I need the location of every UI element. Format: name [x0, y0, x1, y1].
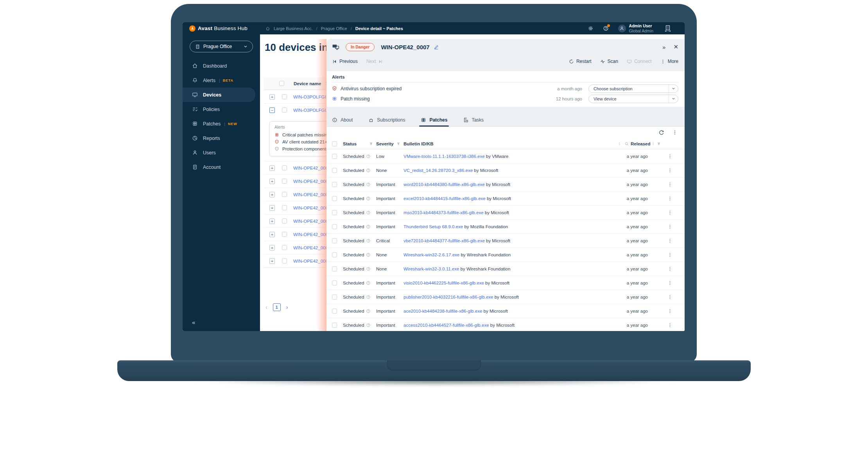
panel-collapse-button[interactable]: » — [662, 44, 665, 50]
status-help-icon[interactable] — [366, 224, 371, 229]
tab-subscriptions[interactable]: Subscriptions — [368, 114, 405, 126]
restart-button[interactable]: Restart — [569, 59, 592, 64]
bulletin-link[interactable]: publisher2010-kb4032216-fullfile-x86-glb… — [404, 295, 493, 299]
select-all-checkbox[interactable] — [332, 141, 337, 146]
row-menu-kebab-icon[interactable] — [667, 210, 673, 215]
row-checkbox[interactable] — [282, 218, 287, 224]
status-help-icon[interactable] — [366, 196, 371, 201]
site-selector[interactable]: Prague Office — [190, 41, 253, 52]
tab-about[interactable]: About — [332, 114, 353, 126]
expand-button[interactable]: + — [269, 94, 275, 100]
edit-icon[interactable] — [434, 44, 439, 50]
row-checkbox[interactable] — [282, 179, 287, 184]
previous-device-button[interactable]: Previous — [332, 59, 358, 64]
row-checkbox[interactable] — [332, 154, 337, 159]
row-checkbox[interactable] — [332, 168, 337, 173]
page-previous-button[interactable]: ‹ — [265, 304, 267, 310]
tab-tasks[interactable]: Tasks — [463, 114, 484, 126]
expand-button[interactable]: + — [269, 165, 275, 171]
breadcrumb-group[interactable]: Prague Office — [321, 26, 347, 31]
collapse-button[interactable]: − — [269, 107, 275, 113]
bulletin-link[interactable]: Thunderbird Setup 68.9.0.exe — [404, 224, 463, 229]
row-checkbox[interactable] — [332, 322, 337, 328]
row-checkbox[interactable] — [332, 210, 337, 215]
row-menu-kebab-icon[interactable] — [667, 322, 673, 328]
more-button[interactable]: More — [660, 59, 678, 64]
status-help-icon[interactable] — [366, 281, 371, 285]
bulletin-link[interactable]: VMware-tools-11.1.1-16303738-i386.exe — [404, 154, 485, 159]
filter-icon[interactable] — [369, 141, 373, 146]
row-checkbox[interactable] — [282, 245, 287, 250]
expand-button[interactable]: + — [269, 205, 275, 211]
page-number-button[interactable]: 1 — [273, 303, 281, 311]
bulletin-link[interactable]: Wireshark-win32-2.6.17.exe — [404, 252, 459, 257]
expand-button[interactable]: + — [269, 179, 275, 184]
row-menu-kebab-icon[interactable] — [667, 196, 673, 201]
expand-button[interactable]: + — [269, 258, 275, 264]
breadcrumb-root[interactable]: Large Business Acc. — [274, 26, 313, 31]
row-menu-kebab-icon[interactable] — [667, 294, 673, 299]
row-menu-kebab-icon[interactable] — [667, 280, 673, 285]
row-menu-kebab-icon[interactable] — [667, 182, 673, 187]
bulletin-link[interactable]: excel2010-kb4484415-fullfile-x86-glb.exe — [404, 196, 486, 201]
status-help-icon[interactable] — [366, 309, 371, 313]
row-checkbox[interactable] — [332, 280, 337, 285]
user-info[interactable]: Admin User Global Admin — [629, 23, 653, 33]
row-menu-kebab-icon[interactable] — [667, 224, 673, 229]
alert-action-dropdown[interactable]: View device — [588, 95, 678, 103]
expand-button[interactable]: + — [269, 192, 275, 197]
sidebar-collapse-button[interactable]: « — [192, 319, 195, 326]
expand-button[interactable]: + — [269, 218, 275, 224]
sort-icon[interactable] — [617, 141, 622, 146]
status-help-icon[interactable] — [366, 154, 371, 159]
row-menu-kebab-icon[interactable] — [667, 168, 673, 173]
row-checkbox[interactable] — [282, 94, 287, 99]
page-next-button[interactable]: › — [286, 304, 288, 310]
scan-button[interactable]: Scan — [600, 59, 618, 64]
row-checkbox[interactable] — [282, 192, 287, 197]
status-help-icon[interactable] — [366, 210, 371, 215]
sidebar-item-reports[interactable]: Reports — [183, 131, 260, 145]
panel-close-button[interactable]: ✕ — [673, 43, 678, 50]
filter-icon[interactable] — [656, 141, 661, 146]
status-help-icon[interactable] — [366, 323, 371, 328]
status-help-icon[interactable] — [366, 252, 371, 257]
sidebar-item-devices[interactable]: Devices — [183, 88, 255, 102]
settings-gear-icon[interactable] — [588, 25, 594, 31]
row-menu-kebab-icon[interactable] — [667, 308, 673, 313]
row-checkbox[interactable] — [332, 238, 337, 243]
select-all-checkbox[interactable] — [279, 81, 284, 86]
sidebar-item-policies[interactable]: Policies — [183, 102, 260, 116]
filter-icon[interactable] — [396, 141, 401, 146]
row-checkbox[interactable] — [282, 165, 287, 170]
row-checkbox[interactable] — [332, 252, 337, 257]
status-help-icon[interactable] — [366, 238, 371, 243]
bulletin-link[interactable]: Wireshark-win32-3.0.11.exe — [404, 267, 459, 271]
row-checkbox[interactable] — [332, 196, 337, 201]
row-menu-kebab-icon[interactable] — [667, 238, 673, 243]
bulletin-link[interactable]: vbe72010-kb4484377-fullfile-x86-glb.exe — [404, 238, 485, 243]
expand-button[interactable]: + — [269, 232, 275, 237]
refresh-icon[interactable] — [658, 130, 664, 136]
bulletin-link[interactable]: access2010-kb4464527-fullfile-x86-glb.ex… — [404, 323, 489, 328]
status-help-icon[interactable] — [366, 295, 371, 299]
next-device-button[interactable]: Next — [366, 59, 384, 64]
connect-button[interactable]: Connect — [627, 59, 652, 64]
row-checkbox[interactable] — [332, 294, 337, 299]
table-menu-kebab-icon[interactable] — [672, 130, 678, 135]
status-help-icon[interactable] — [366, 182, 371, 187]
search-icon[interactable] — [624, 141, 629, 146]
row-checkbox[interactable] — [282, 232, 287, 237]
avatar[interactable] — [618, 25, 626, 32]
company-switcher-icon[interactable] — [664, 25, 671, 32]
alert-action-dropdown[interactable]: Choose subscription — [588, 84, 678, 93]
row-checkbox[interactable] — [332, 308, 337, 313]
row-menu-kebab-icon[interactable] — [667, 252, 673, 257]
row-checkbox[interactable] — [332, 224, 337, 229]
bulletin-link[interactable]: visio2010-kb4462225-fullfile-x86-glb.exe — [404, 281, 484, 285]
row-checkbox[interactable] — [332, 266, 337, 271]
bulletin-link[interactable]: VC_redist_14.26.28720.3_x86.exe — [404, 168, 473, 173]
row-menu-kebab-icon[interactable] — [667, 154, 673, 159]
sidebar-item-alerts[interactable]: Alerts | BETA — [183, 73, 260, 88]
bulletin-link[interactable]: mso2010-kb4484373-fullfile-x86-glb.exe — [404, 210, 484, 215]
